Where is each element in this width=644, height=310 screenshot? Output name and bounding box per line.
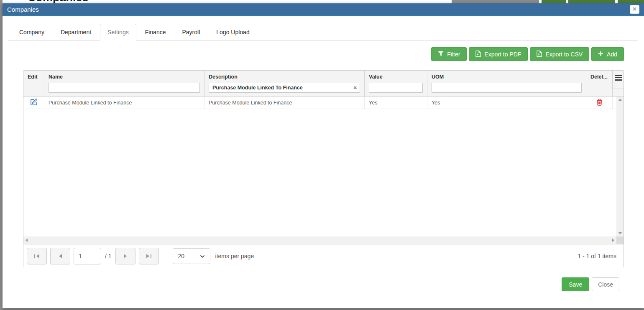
cell-name: Purchase Module Linked to Finance	[44, 97, 204, 109]
close-button[interactable]: Close	[592, 277, 619, 291]
grid-rows: Purchase Module Linked to Finance Purcha…	[23, 97, 616, 236]
filter-button[interactable]: Filter	[431, 47, 467, 61]
next-page-button[interactable]	[115, 248, 135, 264]
pdf-file-icon	[475, 51, 481, 58]
tab-strip: Company Department Settings Finance Payr…	[8, 23, 638, 41]
companies-modal: Companies × Company Department Settings …	[3, 3, 644, 308]
background-button	[618, 0, 644, 3]
edit-row-button[interactable]	[30, 98, 38, 107]
background-page-heading: Companies	[28, 0, 89, 3]
page-total-label: / 1	[105, 253, 112, 259]
edit-pencil-icon	[30, 98, 38, 107]
clear-filter-icon[interactable]: ✖	[353, 85, 357, 91]
column-header-uom[interactable]: UOM	[427, 71, 586, 96]
scroll-down-icon[interactable]	[618, 232, 622, 234]
modal-close-icon[interactable]: ×	[630, 5, 639, 14]
name-filter-input[interactable]	[49, 83, 200, 93]
value-filter-input[interactable]	[369, 83, 423, 93]
pager-summary: 1 - 1 of 1 items	[578, 253, 620, 259]
cell-uom: Yes	[427, 97, 586, 109]
export-pdf-label: Export to PDF	[484, 51, 521, 58]
plus-icon	[598, 51, 603, 58]
column-menu-cell	[613, 71, 624, 96]
previous-page-button[interactable]	[50, 248, 70, 264]
export-pdf-button[interactable]: Export to PDF	[469, 47, 528, 61]
add-button-label: Add	[607, 51, 617, 58]
cell-description: Purchase Module Linked to Finance	[204, 97, 365, 109]
uom-filter-input[interactable]	[432, 83, 582, 93]
scroll-left-icon[interactable]	[26, 239, 28, 242]
settings-grid: Edit Name Description ✖ Value	[23, 70, 624, 268]
scroll-right-icon[interactable]	[612, 239, 614, 242]
modal-footer: Save Close	[562, 277, 619, 291]
previous-page-icon	[59, 254, 62, 258]
tab-settings[interactable]: Settings	[100, 24, 136, 41]
modal-title: Companies	[7, 6, 39, 13]
table-row[interactable]: Purchase Module Linked to Finance Purcha…	[23, 97, 616, 109]
vertical-scrollbar[interactable]	[616, 97, 624, 236]
csv-file-icon	[537, 51, 542, 58]
horizontal-scrollbar-row	[23, 236, 624, 244]
tab-department[interactable]: Department	[53, 24, 99, 41]
scroll-up-icon[interactable]	[618, 99, 622, 101]
items-per-page-label: items per page	[215, 253, 254, 259]
delete-row-button[interactable]	[596, 99, 603, 107]
background-page: Companies	[3, 0, 644, 3]
tab-company[interactable]: Company	[12, 24, 52, 41]
filter-button-label: Filter	[447, 51, 460, 58]
save-button[interactable]: Save	[562, 277, 589, 291]
page-number-input[interactable]	[74, 248, 101, 264]
filter-funnel-icon	[438, 51, 444, 58]
column-header-value[interactable]: Value	[365, 71, 427, 96]
background-button	[542, 0, 566, 3]
tab-finance[interactable]: Finance	[138, 24, 174, 41]
page-size-select[interactable]: 20	[173, 248, 210, 264]
export-csv-button[interactable]: Export to CSV	[530, 47, 589, 61]
cell-value: Yes	[365, 97, 427, 109]
export-csv-label: Export to CSV	[545, 51, 583, 58]
trash-icon	[596, 99, 603, 107]
background-button	[568, 0, 615, 3]
delete-cell	[586, 97, 613, 109]
description-filter-input[interactable]	[209, 83, 360, 93]
page-size-value: 20	[178, 253, 185, 259]
column-header-delete[interactable]: Delet...	[586, 71, 613, 96]
modal-title-bar: Companies ×	[3, 3, 644, 16]
hamburger-icon	[615, 75, 622, 81]
column-header-edit[interactable]: Edit	[23, 71, 44, 96]
next-page-icon	[124, 254, 127, 258]
last-page-icon	[146, 254, 149, 258]
grid-body: Purchase Module Linked to Finance Purcha…	[23, 97, 624, 236]
first-page-button[interactable]	[27, 248, 47, 264]
column-menu-button[interactable]	[613, 71, 624, 89]
edit-cell	[23, 97, 44, 109]
grid-toolbar: Filter Export to PDF Export to CSV	[431, 47, 624, 61]
column-header-name[interactable]: Name	[44, 71, 204, 96]
scrollbar-corner	[616, 236, 624, 244]
tab-payroll[interactable]: Payroll	[174, 24, 207, 41]
chevron-down-icon	[200, 253, 205, 259]
grid-header: Edit Name Description ✖ Value	[23, 71, 624, 97]
tab-logo-upload[interactable]: Logo Upload	[209, 24, 257, 41]
grid-pager: / 1 20 items per page 1 - 1 of 1 items	[23, 244, 624, 268]
last-page-button[interactable]	[139, 248, 159, 264]
horizontal-scrollbar[interactable]	[23, 236, 616, 244]
add-button[interactable]: Add	[591, 47, 624, 61]
first-page-icon	[36, 254, 39, 258]
background-gray-bar	[452, 0, 539, 3]
column-header-description[interactable]: Description ✖	[204, 71, 365, 96]
